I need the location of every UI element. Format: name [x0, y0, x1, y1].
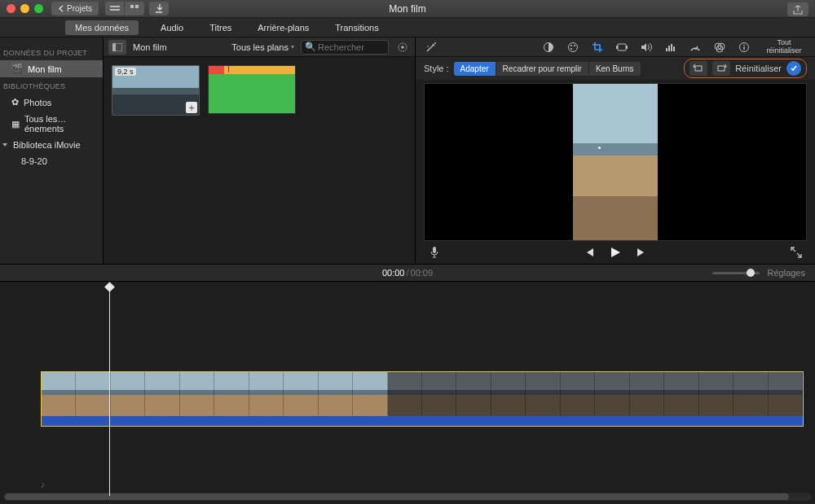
all-events-label: Tous les…énements	[24, 114, 96, 134]
browser-title: Mon film	[133, 42, 206, 52]
svg-rect-5	[112, 43, 116, 51]
speedometer-icon[interactable]	[688, 40, 703, 55]
sidebar-item-imovie-library[interactable]: Biblioteca iMovie	[0, 137, 103, 153]
svg-rect-16	[616, 46, 618, 49]
svg-rect-3	[135, 5, 139, 8]
imovie-library-label: Biblioteca iMovie	[13, 140, 81, 150]
library-sidebar: DONNÉES DU PROJET 🎬 Mon film BIBLIOTHÈQU…	[0, 37, 104, 264]
svg-rect-17	[626, 46, 628, 49]
prev-frame-button[interactable]	[582, 245, 597, 260]
video-clip-thumbnail[interactable]: 9,2 s ＋	[112, 65, 200, 116]
tab-my-data[interactable]: Mes données	[65, 20, 139, 35]
window-controls	[7, 4, 43, 13]
crop-icon[interactable]	[590, 40, 605, 55]
volume-icon[interactable]	[639, 40, 654, 55]
tab-backgrounds[interactable]: Arrière-plans	[253, 20, 313, 35]
style-fit-button[interactable]: Adapter	[454, 62, 496, 76]
preview-canvas[interactable]	[424, 83, 807, 241]
clip-audio-waveform	[42, 416, 803, 426]
timeline-scrollbar[interactable]	[3, 493, 812, 501]
clip-filter-dropdown[interactable]: Tous les plans ▾	[231, 42, 294, 52]
svg-point-8	[434, 42, 436, 44]
tab-transitions[interactable]: Transitions	[331, 20, 382, 35]
browser-clips: 9,2 s ＋	[104, 57, 415, 264]
list-view-icon[interactable]	[105, 2, 125, 15]
search-field[interactable]: 🔍	[301, 40, 389, 55]
grid-view-icon[interactable]	[125, 2, 144, 15]
svg-point-13	[574, 45, 575, 46]
flower-icon: ✿	[11, 97, 19, 107]
toggle-sidebar-button[interactable]	[108, 40, 126, 55]
svg-point-11	[569, 42, 578, 51]
audio-clip-thumbnail[interactable]	[208, 65, 296, 114]
maximize-window-button[interactable]	[34, 4, 43, 13]
next-frame-button[interactable]	[634, 245, 649, 260]
project-name-label: Mon film	[28, 64, 62, 74]
rotate-cw-button[interactable]	[712, 61, 730, 76]
crop-style-bar: Style : Adapter Recadrer pour remplir Ke…	[416, 57, 815, 80]
style-crop-button[interactable]: Recadrer pour remplir	[496, 62, 589, 76]
contrast-icon[interactable]	[541, 40, 556, 55]
svg-rect-19	[668, 46, 670, 51]
sidebar-item-project[interactable]: 🎬 Mon film	[0, 60, 103, 77]
music-track-icon[interactable]: ♪	[41, 480, 46, 489]
tab-audio[interactable]: Audio	[156, 20, 187, 35]
reset-all-button[interactable]: Tout réinitialiser	[761, 39, 807, 55]
event-date-label: 8-9-20	[21, 156, 47, 166]
style-kenburns-button[interactable]: Ken Burns	[589, 62, 641, 76]
fullscreen-button[interactable]	[789, 245, 804, 260]
svg-rect-15	[618, 44, 626, 50]
timecode-bar: 00:00/00:09 Réglages	[0, 264, 815, 282]
import-button[interactable]	[149, 2, 169, 15]
apply-crop-button[interactable]	[786, 61, 801, 76]
crop-style-segment[interactable]: Adapter Recadrer pour remplir Ken Burns	[454, 62, 641, 76]
style-label: Style :	[424, 64, 449, 73]
timeline-panel[interactable]: ♪	[0, 282, 815, 504]
share-button[interactable]	[787, 2, 808, 16]
svg-rect-0	[110, 6, 120, 7]
svg-point-12	[570, 45, 572, 46]
playhead[interactable]	[109, 285, 110, 496]
equalizer-icon[interactable]	[663, 40, 678, 55]
disclosure-triangle-icon[interactable]	[2, 143, 7, 147]
window-titlebar: Projets Mon film	[0, 0, 815, 18]
back-to-projects-button[interactable]: Projets	[51, 2, 99, 15]
timecode-display: 00:00/00:09	[382, 268, 433, 278]
photos-label: Photos	[24, 98, 51, 107]
search-input[interactable]	[318, 42, 383, 52]
filters-icon[interactable]	[712, 40, 727, 55]
tab-titles[interactable]: Titres	[205, 20, 236, 35]
svg-rect-28	[743, 44, 744, 45]
minimize-window-button[interactable]	[20, 4, 29, 13]
svg-rect-27	[743, 46, 744, 50]
close-window-button[interactable]	[7, 4, 15, 13]
stabilize-icon[interactable]	[615, 40, 629, 55]
sidebar-item-event[interactable]: 8-9-20	[0, 153, 103, 169]
timeline-settings-button[interactable]: Réglages	[768, 268, 805, 278]
sidebar-item-photos[interactable]: ✿ Photos	[0, 94, 103, 111]
zoom-slider[interactable]	[712, 272, 760, 274]
browser-toolbar: Mon film Tous les plans ▾ 🔍	[104, 37, 415, 57]
zoom-slider-knob[interactable]	[747, 269, 755, 277]
rotation-reset-group: Réinitialiser	[684, 59, 807, 78]
rotate-ccw-button[interactable]	[689, 61, 707, 76]
playback-controls	[416, 241, 815, 264]
svg-rect-18	[666, 48, 667, 51]
view-mode-segment[interactable]	[105, 2, 144, 15]
scrollbar-thumb[interactable]	[5, 493, 789, 500]
svg-rect-31	[433, 247, 436, 253]
svg-rect-2	[130, 5, 134, 8]
palette-icon[interactable]	[566, 40, 580, 55]
magic-wand-icon[interactable]	[424, 40, 438, 55]
voiceover-button[interactable]	[427, 245, 442, 260]
browser-settings-button[interactable]	[395, 40, 410, 55]
total-time: 00:09	[411, 268, 434, 278]
info-icon[interactable]	[737, 40, 751, 55]
clip-filmstrip	[42, 372, 803, 416]
sidebar-item-all-events[interactable]: ▦ Tous les…énements	[0, 111, 103, 137]
play-button[interactable]	[608, 245, 623, 260]
search-icon: 🔍	[305, 42, 316, 52]
timeline-clip[interactable]	[41, 371, 804, 427]
reset-crop-label[interactable]: Réinitialiser	[735, 64, 782, 73]
add-clip-button[interactable]: ＋	[186, 102, 197, 113]
